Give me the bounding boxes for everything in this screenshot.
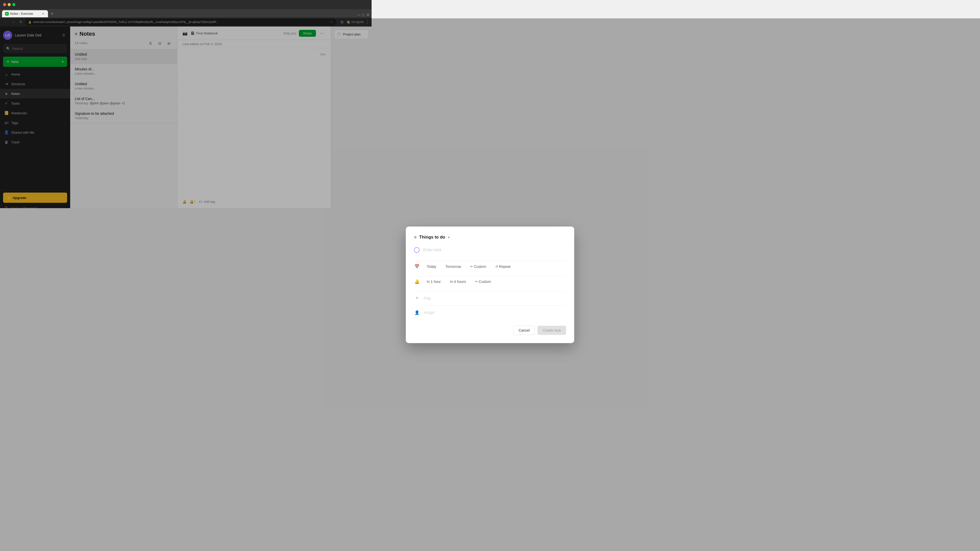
window-minimize-btn[interactable] — [8, 3, 11, 6]
minimize-btn[interactable]: ─ — [358, 13, 360, 17]
new-tab-btn[interactable]: + — [48, 10, 56, 17]
tab-title: Notes - Evernote — [10, 12, 33, 16]
window-close-icon[interactable]: ✕ — [366, 13, 369, 17]
modal-overlay: ≡ Things to do ▾ 📅 Today Tomorrow — [0, 18, 372, 208]
active-tab[interactable]: E Notes - Evernote ✕ — [2, 10, 48, 17]
window-close-btn[interactable] — [3, 3, 6, 6]
maximize-btn[interactable]: □ — [363, 13, 364, 17]
window-maximize-btn[interactable] — [12, 3, 15, 6]
tab-favicon: E — [5, 12, 9, 16]
tab-close-btn[interactable]: ✕ — [41, 12, 45, 16]
